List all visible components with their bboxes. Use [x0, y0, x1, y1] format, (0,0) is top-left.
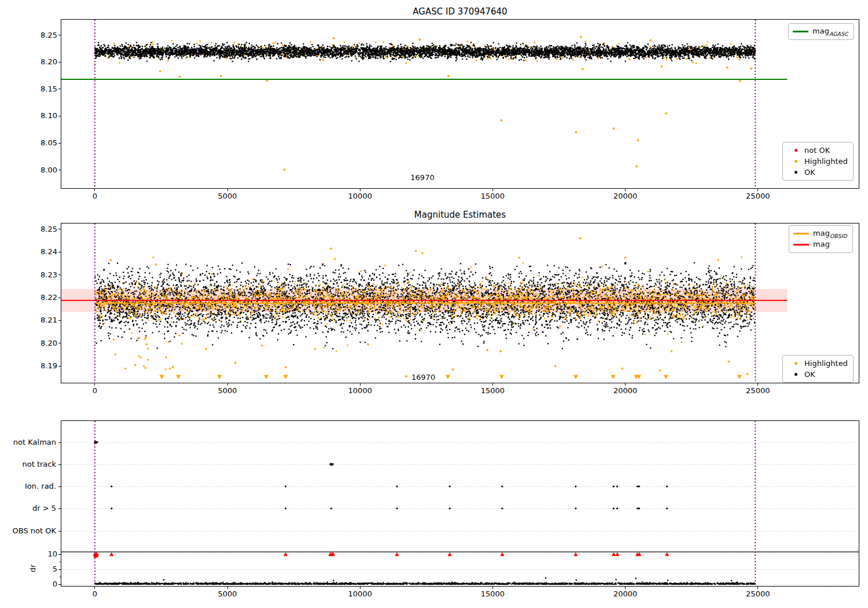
y-tick-mark	[58, 320, 61, 321]
x-tick-mark	[757, 587, 758, 589]
x-tick-mark	[360, 383, 361, 386]
y-tick-label: 8.25	[24, 225, 57, 233]
y-tick-mark	[58, 343, 61, 343]
y-tick-mark	[58, 170, 61, 170]
highlighted-label: Highlighted	[804, 157, 848, 166]
y-tick-label: 8.23	[24, 270, 57, 279]
y-tick-mark	[58, 531, 61, 532]
y-tick-mark	[58, 274, 61, 275]
x-tick-label: 15000	[472, 589, 513, 598]
y-tick-label: 8.00	[24, 166, 57, 174]
dr-minor-tick-mark	[60, 577, 61, 577]
flag-row-label: not track	[1, 460, 56, 468]
x-tick-mark	[227, 189, 228, 191]
x-tick-mark	[492, 587, 493, 589]
highlighted-label: Highlighted	[804, 359, 848, 368]
y-tick-label: 8.15	[24, 85, 57, 93]
bottom-axes	[61, 420, 859, 587]
x-tick-mark	[94, 189, 95, 191]
x-tick-label: 25000	[738, 386, 778, 395]
y-tick-mark	[58, 35, 61, 35]
obsid-annotation-middle: 16970	[411, 373, 435, 382]
y-tick-mark	[58, 486, 61, 487]
dr-tick-mark	[58, 569, 61, 570]
x-tick-mark	[757, 189, 758, 191]
middle-axes	[61, 223, 859, 383]
x-tick-label: 5000	[207, 386, 248, 395]
dr-axis-label: dr	[28, 565, 37, 573]
x-tick-mark	[94, 587, 95, 589]
flag-row-label: dr > 5	[1, 504, 56, 512]
dr-minor-tick-mark	[60, 562, 61, 562]
middle-panel-title: Magnitude Estimates	[61, 210, 859, 220]
mag-line-swatch	[793, 244, 809, 246]
x-tick-label: 10000	[340, 589, 380, 598]
x-tick-label: 0	[75, 589, 115, 598]
y-tick-mark	[58, 464, 61, 465]
x-tick-label: 15000	[472, 192, 513, 200]
ok-dot-icon	[795, 373, 797, 376]
ok-label: OK	[804, 370, 815, 379]
legend-row-highlighted: Highlighted	[787, 156, 848, 167]
highlighted-dot-icon	[795, 362, 797, 365]
y-tick-mark	[58, 89, 61, 89]
x-tick-mark	[625, 189, 626, 191]
legend-row-mag-obsid: magOBSID	[793, 228, 847, 239]
y-tick-mark	[58, 366, 61, 367]
y-tick-mark	[58, 62, 61, 63]
legend-row-mag: mag	[793, 239, 847, 250]
x-tick-mark	[625, 587, 626, 589]
ok-label: OK	[804, 168, 815, 177]
not-ok-label: not OK	[804, 146, 830, 155]
x-tick-label: 0	[75, 386, 115, 395]
mag-obsid-label: magOBSID	[813, 229, 847, 239]
x-tick-label: 5000	[207, 589, 248, 598]
dr-tick-mark	[58, 554, 61, 555]
y-tick-mark	[58, 252, 61, 252]
mag-agasc-line-swatch	[793, 31, 808, 32]
x-tick-label: 20000	[605, 386, 646, 395]
legend-row-ok: OK	[787, 167, 848, 178]
legend-row-not-ok: not OK	[787, 145, 848, 156]
legend-middle-markers: Highlighted OK	[782, 355, 854, 383]
obsid-annotation-top: 16970	[402, 173, 443, 182]
x-tick-mark	[625, 383, 626, 386]
y-tick-label: 8.05	[24, 138, 57, 147]
x-tick-label: 15000	[472, 386, 513, 395]
x-tick-label: 0	[75, 192, 115, 200]
y-tick-mark	[58, 508, 61, 509]
figure: AGASC ID 370947640 Magnitude Estimates 0…	[0, 0, 868, 608]
flag-row-label: not Kalman	[1, 438, 56, 446]
legend-row-highlighted-mid: Highlighted	[787, 358, 848, 369]
x-tick-label: 20000	[605, 192, 646, 200]
flag-row-label: Ion. rad.	[1, 482, 56, 490]
legend-mag-agasc: magAGASC	[788, 23, 854, 40]
legend-row-mag-agasc: magAGASC	[793, 26, 848, 37]
bottom-flags-canvas	[61, 421, 859, 586]
y-tick-label: 8.25	[24, 31, 57, 39]
mag-agasc-label: magAGASC	[812, 27, 848, 37]
x-tick-mark	[360, 189, 361, 191]
y-tick-label: 8.21	[24, 316, 57, 324]
x-tick-label: 10000	[340, 386, 380, 395]
x-tick-mark	[492, 383, 493, 386]
x-tick-label: 5000	[207, 192, 248, 200]
y-tick-label: 8.19	[24, 361, 57, 370]
x-tick-mark	[492, 189, 493, 191]
y-tick-label: 8.20	[24, 57, 57, 66]
x-tick-label: 10000	[340, 192, 380, 200]
legend-mag-lines: magOBSID mag	[789, 225, 853, 253]
x-tick-mark	[94, 383, 95, 386]
highlighted-dot-icon	[795, 160, 797, 163]
x-tick-mark	[227, 587, 228, 589]
top-axes	[61, 19, 859, 189]
y-tick-label: 8.24	[24, 247, 57, 256]
top-scatter-canvas	[61, 20, 859, 188]
legend-top-markers: not OK Highlighted OK	[782, 142, 854, 181]
flag-row-label: OBS not OK	[1, 526, 56, 535]
x-tick-label: 20000	[605, 589, 646, 598]
x-tick-mark	[360, 587, 361, 589]
y-tick-mark	[58, 442, 61, 443]
dr-tick-label: 0	[24, 580, 57, 588]
y-tick-mark	[58, 229, 61, 229]
